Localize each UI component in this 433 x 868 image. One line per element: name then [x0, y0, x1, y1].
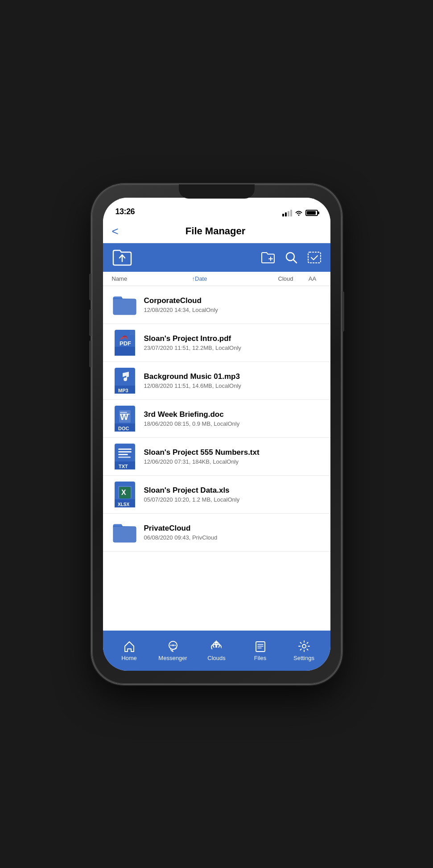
- column-headers: Name ↑Date Cloud AA: [103, 272, 330, 286]
- back-button[interactable]: <: [112, 225, 119, 237]
- col-header-aa: AA: [304, 275, 322, 282]
- svg-text:MP3: MP3: [118, 388, 128, 393]
- file-name: CorporateCloud: [144, 296, 322, 305]
- folder-upload-icon: [112, 248, 132, 267]
- mp3-icon: MP3: [114, 367, 136, 395]
- svg-point-40: [174, 644, 176, 646]
- col-header-date[interactable]: ↑Date: [192, 275, 268, 282]
- tab-clouds-label: Clouds: [207, 655, 225, 661]
- svg-rect-7: [130, 330, 135, 335]
- svg-text:W: W: [120, 412, 128, 422]
- battery-icon: [305, 210, 318, 216]
- tab-files[interactable]: Files: [239, 640, 282, 661]
- svg-rect-26: [118, 454, 128, 455]
- phone-frame: 13:26: [0, 0, 433, 868]
- file-name: Sloan's Project Data.xls: [144, 486, 322, 495]
- svg-rect-2: [308, 252, 321, 263]
- svg-rect-36: [113, 527, 136, 542]
- wifi-icon: [295, 210, 303, 216]
- tab-clouds[interactable]: Clouds: [195, 640, 239, 661]
- file-icon-mp3: MP3: [112, 366, 138, 395]
- list-item[interactable]: X XLSX Sloan's Project Data.xls 05/07/20…: [103, 476, 330, 514]
- settings-icon: [298, 640, 310, 652]
- svg-rect-46: [256, 642, 265, 652]
- signal-icon: [282, 210, 292, 216]
- tab-home-label: Home: [121, 655, 137, 661]
- tab-settings-label: Settings: [293, 655, 314, 661]
- file-name: PrivateCloud: [144, 524, 322, 533]
- phone-screen: 13:26: [103, 198, 330, 671]
- svg-text:TXT: TXT: [119, 464, 128, 469]
- folder-upload-button[interactable]: [112, 248, 132, 267]
- file-meta: 18/06/2020 08:15, 0.9 MB, LocalOnly: [144, 420, 322, 427]
- toolbar: [103, 243, 330, 272]
- file-name: Sloan's Project Intro.pdf: [144, 334, 322, 343]
- file-name: Sloan's Project 555 Numbers.txt: [144, 448, 322, 457]
- file-info-xlsx: Sloan's Project Data.xls 05/07/2020 10:2…: [144, 486, 322, 503]
- doc-icon: W DOC: [114, 405, 136, 432]
- list-item[interactable]: PDF Sloan's Project Intro.pdf 23/07/2020…: [103, 324, 330, 362]
- svg-text:XLSX: XLSX: [118, 502, 129, 507]
- xlsx-icon: X XLSX: [114, 481, 136, 508]
- page-title: File Manager: [123, 225, 308, 237]
- file-info-private: PrivateCloud 06/08/2020 09:43, PrivCloud: [144, 524, 322, 541]
- tab-messenger[interactable]: Messenger: [151, 640, 195, 661]
- svg-point-39: [170, 644, 172, 646]
- status-bar: 13:26: [103, 198, 330, 220]
- list-item[interactable]: TXT Sloan's Project 555 Numbers.txt 12/0…: [103, 438, 330, 476]
- search-button[interactable]: [285, 251, 297, 264]
- svg-rect-27: [118, 457, 131, 458]
- svg-rect-44: [212, 648, 221, 651]
- svg-text:DOC: DOC: [118, 426, 129, 431]
- status-icons: [282, 210, 318, 216]
- tab-messenger-label: Messenger: [158, 655, 187, 661]
- files-icon: [254, 640, 267, 652]
- tab-bar: Home Messenger: [103, 631, 330, 671]
- file-list: CorporateCloud 12/08/2020 14:34, LocalOn…: [103, 286, 330, 631]
- toolbar-left: [112, 248, 132, 267]
- select-icon: [307, 251, 322, 264]
- file-icon-pdf: PDF: [112, 328, 138, 357]
- svg-rect-6: [115, 347, 135, 356]
- list-item[interactable]: PrivateCloud 06/08/2020 09:43, PrivCloud: [103, 514, 330, 552]
- col-header-cloud: Cloud: [268, 275, 304, 282]
- svg-text:PDF: PDF: [120, 340, 131, 347]
- file-icon-xlsx: X XLSX: [112, 480, 138, 509]
- file-icon-private: [112, 518, 138, 547]
- messenger-icon: [167, 640, 179, 652]
- search-icon: [285, 251, 297, 264]
- list-item[interactable]: MP3 Background Music 01.mp3 12/08/2020 1…: [103, 362, 330, 400]
- svg-rect-24: [118, 449, 132, 450]
- list-item[interactable]: W DOC 3rd Week Briefing.doc 18/06/2020 0…: [103, 400, 330, 438]
- file-info-pdf: Sloan's Project Intro.pdf 23/07/2020 11:…: [144, 334, 322, 351]
- svg-rect-3: [113, 299, 136, 315]
- col-header-name: Name: [112, 275, 192, 282]
- new-folder-icon: [261, 251, 275, 264]
- home-icon: [123, 640, 136, 652]
- svg-point-38: [172, 644, 174, 646]
- file-meta: 05/07/2020 10:20, 1.2 MB, LocalOnly: [144, 496, 322, 503]
- list-item[interactable]: CorporateCloud 12/08/2020 14:34, LocalOn…: [103, 286, 330, 324]
- notch: [179, 184, 255, 199]
- new-folder-button[interactable]: [261, 251, 275, 264]
- select-button[interactable]: [307, 251, 322, 264]
- svg-rect-19: [120, 414, 130, 415]
- svg-rect-25: [118, 451, 132, 453]
- tab-home[interactable]: Home: [107, 640, 151, 661]
- file-info-txt: Sloan's Project 555 Numbers.txt 12/06/20…: [144, 448, 322, 465]
- file-name: 3rd Week Briefing.doc: [144, 410, 322, 419]
- svg-text:X: X: [121, 489, 126, 496]
- svg-point-0: [298, 215, 299, 216]
- file-name: Background Music 01.mp3: [144, 372, 322, 381]
- toolbar-right: [261, 251, 322, 264]
- file-meta: 12/06/2020 07:31, 184KB, LocalOnly: [144, 458, 322, 465]
- file-icon-doc: W DOC: [112, 404, 138, 433]
- svg-rect-18: [120, 412, 127, 413]
- file-meta: 06/08/2020 09:43, PrivCloud: [144, 534, 322, 541]
- file-icon-txt: TXT: [112, 442, 138, 471]
- tab-files-label: Files: [254, 655, 266, 661]
- file-meta: 23/07/2020 11:51, 12.2MB, LocalOnly: [144, 345, 322, 351]
- tab-settings[interactable]: Settings: [282, 640, 326, 661]
- folder-icon: [112, 294, 137, 316]
- nav-header: < File Manager: [103, 220, 330, 243]
